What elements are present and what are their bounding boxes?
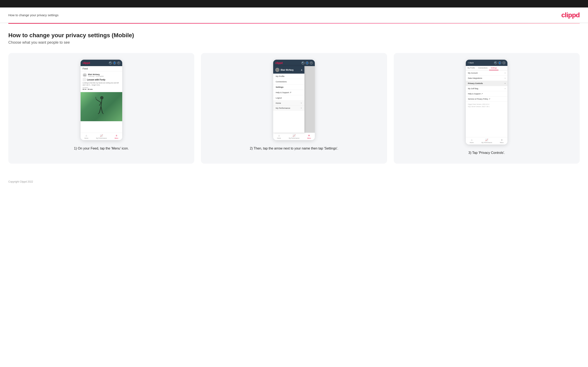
performance-tab-3[interactable]: 📈 My Performance [481,139,492,143]
menu-icon-3: ≡ [501,139,502,142]
golfer-svg [95,95,108,118]
phone3-nav: < Back 🔍 👤 ⚙ [466,60,507,66]
chevron-down-icon-2: ∨ [301,107,302,109]
duration-val: 01 hr : 30 min [83,88,120,90]
menu-chevron-up: ∧ [301,69,302,71]
menu-icon: ≡ [116,134,117,137]
performance-label-2: My Performance [289,137,299,139]
search-icon-3: 🔍 [494,61,497,64]
step-2-description: 2) Then, tap the arrow next to your name… [250,146,338,151]
data-integrations-label: Data Integrations [468,77,482,79]
phone3-icons: 🔍 👤 ⚙ [494,61,505,64]
tab-my-profile[interactable]: My Profile [466,66,477,70]
menu-user-left: BM Blair McHarg [275,68,294,72]
menu-avatar: BM [275,68,279,72]
menu-dropdown: BM Blair McHarg ∧ My Profile Connections… [273,66,304,133]
home-label: Home [84,137,88,139]
back-button[interactable]: < Back [468,62,474,64]
menu-group-home[interactable]: Home ∨ [273,101,304,106]
phone1-nav: clippd 🔍 👤 ⚙ [81,60,122,66]
settings-item-privacy-controls[interactable]: Privacy Controls › [466,81,507,86]
phone3-bottom-bar: ⌂ Home 📈 My Performance ≡ Menu [466,137,507,144]
home-icon: ⌂ [86,134,87,137]
duration-label: Duration [83,87,120,88]
chart-icon-2: 📈 [293,134,296,137]
home-icon-2: ⌂ [278,134,280,137]
main-content: How to change your privacy settings (Mob… [0,24,588,176]
close-tab[interactable]: ✕ Menu [307,134,311,139]
home-icon-3: ⌂ [471,139,472,142]
version-info: Clippd Client Version: 2022.8.3-3 GQL Se… [466,102,507,109]
footer: Copyright Clippd 2022 [0,176,588,187]
search-icon-2: 🔍 [302,62,304,65]
breadcrumb: How to change your privacy settings [8,13,59,17]
menu-item-my-profile[interactable]: My Profile [273,74,304,79]
menu-group-home-label: Home [276,102,281,104]
post-name: Blair McHarg [88,73,104,75]
page-subtitle: Choose what you want people to see [8,40,580,45]
menu-item-connections[interactable]: Connections [273,79,304,84]
menu-tab[interactable]: ≡ Menu [114,134,118,139]
menu-tab-3[interactable]: ≡ Menu [500,139,504,143]
home-label-2: Home [277,137,281,139]
svg-line-1 [101,99,102,107]
golf-image [81,92,122,121]
settings-item-service-privacy[interactable]: Service & Privacy Policy ↗ [466,96,507,102]
home-label-3: Home [470,142,474,143]
phone2-icons: 🔍 👤 ⚙ [302,62,313,65]
my-account-arrow: › [505,72,505,74]
home-tab-3[interactable]: ⌂ Home [470,139,474,143]
page-title: How to change your privacy settings (Mob… [8,32,580,39]
performance-tab-2[interactable]: 📈 My Performance [289,134,299,139]
my-golf-bag-arrow: › [505,88,505,90]
privacy-controls-arrow: › [505,82,505,84]
settings-item-my-golf-bag[interactable]: My Golf Bag › [466,86,507,91]
phone1-logo: clippd [83,61,90,65]
home-tab-2[interactable]: ⌂ Home [277,134,281,139]
svg-line-5 [99,107,101,113]
tab-connections[interactable]: Connections [477,66,489,70]
performance-tab[interactable]: 📈 My Performance [96,134,107,139]
privacy-controls-label: Privacy Controls [468,82,483,84]
phone2-bottom-bar: ⌂ Home 📈 My Performance ✕ Menu [273,133,315,140]
close-label: Menu [307,137,311,139]
lesson-icon [83,78,86,81]
settings-item-my-account[interactable]: My Account › [466,70,507,76]
top-bar [0,0,588,8]
menu-item-logout[interactable]: Logout [273,95,304,101]
phone2-nav: clippd 🔍 👤 ⚙ [273,60,315,66]
menu-label: Menu [114,137,118,139]
settings-item-help-support[interactable]: Help & Support ↗ [466,91,507,96]
version-line-2: GQL Server Version: 2022.7.30-1 [468,106,505,108]
settings-icon-3: ⚙ [502,61,505,64]
svg-line-8 [103,113,104,114]
settings-icon-2: ⚙ [310,62,313,65]
close-icon: ✕ [308,134,310,137]
menu-item-help[interactable]: Help & Support ↗ [273,90,304,95]
settings-item-data-integrations[interactable]: Data Integrations › [466,76,507,81]
chart-icon-3: 📈 [485,139,488,142]
chart-icon: 📈 [100,134,103,137]
svg-line-6 [101,107,103,113]
svg-line-7 [98,113,99,114]
menu-label-3: Menu [500,142,504,143]
home-tab[interactable]: ⌂ Home [84,134,88,139]
svg-point-0 [100,96,104,99]
phone2-body: Content behind menu BM Blair McHarg ∧ [273,66,315,133]
performance-label: My Performance [96,137,107,139]
phone1-body: Feed BM Blair McHarg Yesterday · Sunning… [81,66,122,133]
lesson-desc: Looking to feel like my hands are exitin… [83,82,120,86]
help-support-label: Help & Support ↗ [468,93,483,95]
phone-mockup-1: clippd 🔍 👤 ⚙ Feed BM Blair McHarg [81,60,122,140]
post-sub: Yesterday · Sunningdale [88,75,104,77]
menu-username: Blair McHarg [281,69,294,71]
phone-mockup-3: < Back 🔍 👤 ⚙ My Profile Connections Sett… [466,60,507,144]
phone-mockup-2: clippd 🔍 👤 ⚙ Content behind menu [273,60,315,140]
menu-user-row[interactable]: BM Blair McHarg ∧ [273,66,304,74]
phone1-icons: 🔍 👤 ⚙ [109,62,120,65]
logo: clippd [561,11,580,19]
menu-group-performance[interactable]: My Performance ∨ [273,106,304,111]
menu-item-settings[interactable]: Settings [273,84,304,90]
my-golf-bag-label: My Golf Bag [468,88,478,90]
tab-settings[interactable]: Settings [489,66,499,70]
